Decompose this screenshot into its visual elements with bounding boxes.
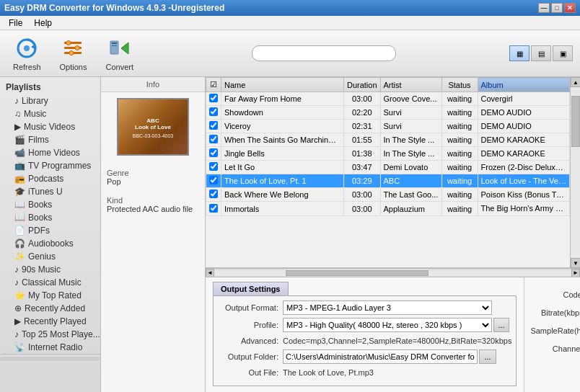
table-row[interactable]: Back Where We Belong 03:00 The Last Goo.… [206, 188, 570, 202]
films-icon: 🎬 [14, 135, 25, 145]
refresh-label: Refresh [13, 63, 41, 71]
table-row[interactable]: Far Away From Home 03:00 Groove Cove... … [206, 92, 570, 106]
format-label: Output Format: [218, 303, 283, 312]
pdfs-icon: 📄 [14, 226, 25, 236]
row-check[interactable] [206, 161, 221, 174]
row-check[interactable] [206, 147, 221, 161]
row-album: Frozen (2-Disc Deluxe E... [478, 161, 570, 174]
col-header-status[interactable]: Status [441, 78, 478, 92]
col-header-artist[interactable]: Artist [380, 78, 441, 92]
advanced-label: Advanced: [218, 337, 283, 345]
profile-row: Profile: MP3 - High Quality( 48000 Hz, s… [218, 318, 511, 332]
outfile-value: The Look of Love, Pt.mp3 [283, 367, 374, 378]
row-duration: 01:38 [343, 147, 380, 161]
sidebar-item-top25[interactable]: ♪ Top 25 Most Playe... [0, 328, 100, 341]
row-check[interactable] [206, 174, 221, 188]
row-check[interactable] [206, 188, 221, 202]
maximize-button[interactable]: □ [551, 3, 563, 13]
track-table-container[interactable]: ☑ Name Duration Artist Status Album Far … [206, 77, 570, 268]
sidebar-item-recently-played[interactable]: ▶ Recently Played [0, 315, 100, 328]
menu-file[interactable]: File [3, 17, 28, 30]
sidebar-item-top-rated[interactable]: ⭐ My Top Rated [0, 289, 100, 302]
col-header-duration[interactable]: Duration [343, 78, 380, 92]
refresh-button[interactable]: Refresh [7, 32, 47, 74]
row-duration: 03:00 [343, 202, 380, 216]
table-row[interactable]: Jingle Bells 01:38 In The Style ... wait… [206, 147, 570, 161]
sidebar-item-library[interactable]: ♪ Library [0, 94, 100, 107]
kind-value: Protected AAC audio file [107, 205, 199, 213]
sidebar-item-music-videos[interactable]: ▶ Music Videos [0, 120, 100, 133]
sidebar-item-tv-programmes[interactable]: 📺 TV Programmes [0, 159, 100, 172]
sidebar-item-films[interactable]: 🎬 Films [0, 133, 100, 146]
track-vscrollbar[interactable]: ▲ ▼ [570, 77, 580, 268]
options-label: Options [60, 63, 87, 71]
sidebar-item-podcasts[interactable]: 📻 Podcasts [0, 172, 100, 185]
sidebar-item-pdfs[interactable]: 📄 PDFs [0, 224, 100, 237]
table-row[interactable]: When The Saints Go Marching In 01:55 In … [206, 133, 570, 147]
sidebar-item-classical[interactable]: ♪ Classical Music [0, 276, 100, 289]
row-artist: Survi [380, 120, 441, 133]
hscroll-track[interactable] [214, 270, 571, 276]
browse-btn[interactable]: ... [479, 349, 496, 364]
row-check[interactable] [206, 106, 221, 120]
scroll-track[interactable] [571, 87, 580, 258]
col-header-check[interactable]: ☑ [206, 78, 221, 92]
row-check[interactable] [206, 202, 221, 216]
minimize-button[interactable]: — [538, 3, 550, 13]
row-album: DEMO AUDIO [478, 120, 570, 133]
sidebar-item-internet-radio[interactable]: 📡 Internet Radio [0, 341, 100, 354]
scroll-left-btn[interactable]: ◄ [206, 269, 214, 277]
album-art: ABCLook of Love BBC-03-003-4003 [117, 98, 189, 156]
sidebar-item-home-videos[interactable]: 📹 Home Videos [0, 146, 100, 159]
sidebar-item-itunes-u[interactable]: 🎓 iTunes U [0, 185, 100, 198]
scroll-down-btn[interactable]: ▼ [571, 258, 580, 268]
playlists-header[interactable]: Playlists [0, 80, 100, 94]
view-btn-1[interactable]: ▦ [509, 45, 530, 61]
scroll-up-btn[interactable]: ▲ [571, 77, 580, 87]
sidebar-item-music[interactable]: ♫ Music [0, 107, 100, 120]
close-button[interactable]: ✕ [564, 3, 576, 13]
table-row[interactable]: Viceroy 02:31 Survi waiting DEMO AUDIO [206, 120, 570, 133]
table-row[interactable]: Let It Go 03:47 Demi Lovato waiting Froz… [206, 161, 570, 174]
itunes-u-icon: 🎓 [14, 187, 25, 197]
sidebar-item-books2[interactable]: 📖 Books [0, 211, 100, 224]
outfile-label: Out File: [218, 368, 283, 377]
table-row[interactable]: Immortals 03:00 Applauzium waiting The B… [206, 202, 570, 216]
scroll-thumb[interactable] [571, 96, 580, 147]
row-status: waiting [441, 174, 478, 188]
row-check[interactable] [206, 120, 221, 133]
sidebar-item-genius[interactable]: ✨ Genius [0, 250, 100, 263]
track-hscrollbar[interactable]: ◄ ► [206, 268, 580, 277]
convert-label: Convert [105, 63, 133, 71]
options-button[interactable]: Options [54, 32, 93, 74]
sidebar-item-audiobooks[interactable]: 🎧 Audiobooks [0, 237, 100, 250]
svg-point-7 [75, 46, 79, 50]
sidebar-item-recently-added[interactable]: ⊕ Recently Added [0, 302, 100, 315]
row-check[interactable] [206, 92, 221, 106]
table-row[interactable]: Showdown 02:20 Survi waiting DEMO AUDIO [206, 106, 570, 120]
output-settings-tab[interactable]: Output Settings [213, 282, 289, 295]
profile-extra-btn[interactable]: ... [493, 318, 509, 332]
row-album: DEMO KARAOKE [478, 133, 570, 147]
sidebar-item-90s-music[interactable]: ♪ 90s Music [0, 263, 100, 276]
sidebar-item-books[interactable]: 📖 Books [0, 198, 100, 211]
window-controls: — □ ✕ [538, 3, 576, 13]
classical-icon: ♪ [14, 277, 19, 288]
format-select[interactable]: MP3 - MPEG-1 Audio Layer 3 [283, 300, 492, 315]
genre-label: Genre [107, 169, 199, 177]
samplerate-row: SampleRate(hz): 48000 [530, 324, 580, 338]
table-row[interactable]: The Look of Love, Pt. 1 03:29 ABC waitin… [206, 174, 570, 188]
view-btn-3[interactable]: ▣ [553, 45, 573, 61]
convert-button[interactable]: Convert [100, 32, 139, 74]
row-check[interactable] [206, 133, 221, 147]
col-header-album[interactable]: Album [478, 78, 570, 92]
view-btn-2[interactable]: ▤ [531, 45, 551, 61]
folder-input[interactable] [283, 349, 478, 364]
search-input[interactable] [252, 45, 396, 61]
menu-help[interactable]: Help [28, 17, 58, 30]
col-header-name[interactable]: Name [221, 78, 344, 92]
scroll-right-btn[interactable]: ► [571, 269, 580, 277]
hscroll-thumb[interactable] [286, 270, 429, 276]
home-videos-icon: 📹 [14, 148, 25, 158]
profile-select[interactable]: MP3 - High Quality( 48000 Hz, stereo , 3… [283, 318, 492, 332]
